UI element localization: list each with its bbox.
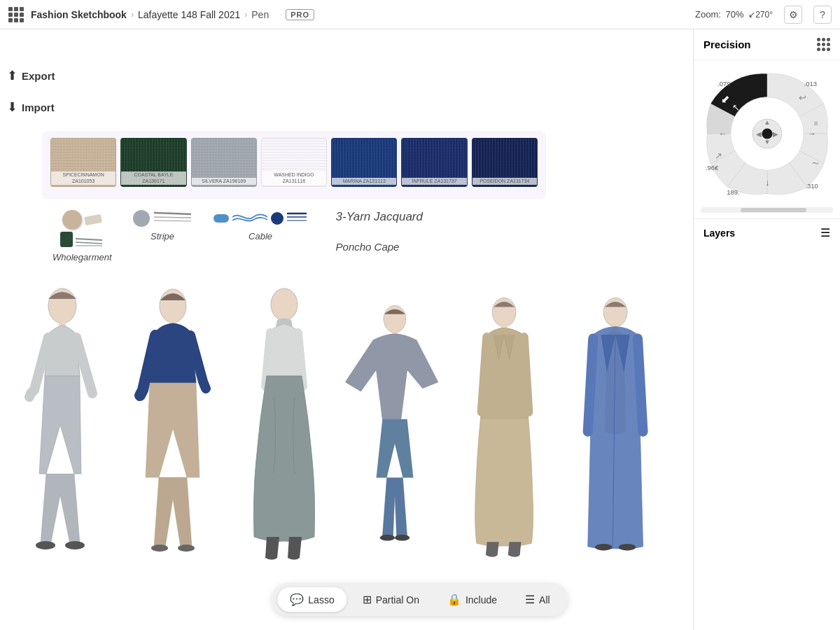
breadcrumb-sep-1: › — [131, 10, 134, 20]
svg-point-16 — [178, 545, 195, 552]
import-label: Import — [22, 102, 55, 113]
svg-text:▲: ▲ — [764, 118, 770, 126]
svg-text:↓: ↓ — [764, 178, 769, 188]
partial-on-icon: ⊞ — [363, 593, 372, 606]
figure-1 — [7, 278, 118, 579]
svg-text:↩: ↩ — [798, 92, 806, 103]
gray-circle — [133, 210, 150, 227]
app-grid-icon[interactable] — [8, 7, 24, 22]
jacquard-group: 3-Yarn Jacquard Poncho Cape — [336, 210, 423, 253]
layers-header: Layers ☰ — [694, 218, 840, 246]
svg-text:.310: .310 — [805, 182, 818, 190]
figure-6-svg — [564, 278, 669, 579]
partial-on-label: Partial On — [376, 594, 419, 606]
scrollbar-thumb[interactable] — [741, 208, 807, 212]
right-sidebar: Precision — [693, 29, 840, 630]
svg-line-5 — [154, 220, 191, 221]
swatch-swatch-green[interactable]: COASTAL BAYLE ZA136171 — [120, 138, 186, 187]
cable-group: Cable — [214, 210, 308, 241]
swatch-swatch-gray[interactable]: SILVERA ZA196189 — [191, 138, 257, 187]
zoom-value[interactable]: 70% — [726, 9, 744, 20]
figure-5-svg — [453, 278, 558, 579]
svg-text:.013: .013 — [804, 80, 817, 88]
figure-3 — [229, 278, 340, 579]
include-label: Include — [465, 594, 497, 606]
swatch-row: SPICECINNAMON ZA101053COASTAL BAYLE ZA13… — [50, 138, 538, 187]
stripe-group: Stripe — [133, 210, 192, 241]
navy-circle — [271, 212, 284, 225]
figure-5 — [450, 278, 561, 579]
swatch-swatch-beige[interactable]: SPICECINNAMON ZA101053 — [50, 138, 116, 187]
svg-text:→: → — [807, 129, 816, 139]
svg-text:▼: ▼ — [764, 138, 770, 146]
settings-button[interactable]: ⚙ — [784, 6, 802, 24]
svg-point-12 — [65, 541, 85, 550]
svg-text:.079: .079 — [718, 80, 731, 88]
cable-label: Cable — [248, 231, 272, 241]
help-button[interactable]: ? — [813, 6, 832, 24]
all-button[interactable]: ☰ All — [512, 587, 563, 612]
layers-title: Layers — [704, 227, 735, 239]
export-label: Export — [22, 70, 55, 82]
stripe-lines2 — [287, 210, 308, 227]
svg-text:≡: ≡ — [813, 120, 818, 127]
include-button[interactable]: 🔒 Include — [435, 587, 510, 612]
export-button[interactable]: ⬆ Export — [7, 68, 55, 83]
green-rect — [60, 232, 73, 247]
wholegarment-group: Wholegarment — [52, 210, 112, 262]
svg-point-26 — [595, 544, 612, 550]
lasso-button[interactable]: 💬 Lasso — [277, 587, 346, 612]
grid-options-icon[interactable] — [817, 38, 830, 51]
breadcrumb-tool[interactable]: Pen — [251, 9, 269, 20]
rotation-value: ↙270° — [748, 10, 773, 20]
import-icon: ⬇ — [7, 99, 18, 115]
texture-annotations: Wholegarment Stripe — [52, 210, 423, 262]
zoom-label: Zoom: 70% ↙270° — [695, 9, 773, 20]
breadcrumb-project[interactable]: Lafayette 148 Fall 2021 — [138, 9, 240, 20]
precision-header: Precision — [694, 29, 840, 60]
layers-menu-icon[interactable]: ☰ — [820, 226, 830, 239]
svg-point-27 — [619, 544, 636, 550]
wholegarment-label: Wholegarment — [52, 252, 112, 262]
all-icon: ☰ — [525, 593, 535, 606]
precision-dial-svg[interactable]: ⬅ → ↓ ← .079 .013 .96€ .310 189. ↩ ≡ 〜 — [701, 67, 834, 200]
export-icon: ⬆ — [7, 68, 18, 83]
bottom-toolbar: 💬 Lasso ⊞ Partial On 🔒 Include ☰ All — [272, 583, 568, 616]
svg-text:↗: ↗ — [715, 150, 722, 161]
swatch-swatch-navy[interactable]: INFRULE ZA131737 — [401, 138, 467, 187]
breadcrumb: Fashion Sketchbook › Lafayette 148 Fall … — [31, 9, 314, 20]
svg-text:▶: ▶ — [773, 130, 778, 138]
swatch-swatch-blue-stripe[interactable]: WASHED INDIGO ZA131116 — [261, 138, 327, 187]
beige-circle — [62, 210, 82, 230]
svg-text:〜: 〜 — [812, 160, 819, 167]
help-icon: ? — [820, 9, 825, 20]
cable-lines — [232, 210, 267, 227]
precision-title: Precision — [704, 38, 751, 50]
import-button[interactable]: ⬇ Import — [7, 99, 55, 115]
swatch-swatch-navy-mid[interactable]: MARINA ZA131113 — [331, 138, 397, 187]
swatch-panel: SPICECINNAMON ZA101053COASTAL BAYLE ZA13… — [42, 131, 546, 200]
beige-stroke — [84, 214, 102, 225]
figure-3-svg — [232, 278, 337, 579]
svg-point-17 — [271, 288, 298, 321]
green-lines — [76, 237, 104, 242]
jacquard-label: 3-Yarn Jacquard — [336, 210, 423, 224]
svg-line-1 — [76, 242, 102, 244]
figure-6 — [561, 278, 672, 579]
pro-badge: PRO — [286, 9, 314, 20]
partial-on-button[interactable]: ⊞ Partial On — [350, 587, 432, 612]
all-label: All — [539, 594, 550, 606]
swatch-swatch-navy-dark[interactable]: POSEIDON ZA131734 — [472, 138, 538, 187]
precision-dial-container: ⬅ → ↓ ← .079 .013 .96€ .310 189. ↩ ≡ 〜 — [694, 60, 840, 207]
nav-right-controls: Zoom: 70% ↙270° ⚙ ? — [695, 6, 832, 24]
stripe-label: Stripe — [150, 231, 174, 241]
include-icon: 🔒 — [447, 593, 461, 606]
svg-point-15 — [151, 545, 168, 552]
poncho-label: Poncho Cape — [336, 241, 423, 253]
blue-oval — [214, 214, 229, 223]
fashion-figures — [0, 278, 679, 567]
precision-scrollbar[interactable] — [701, 207, 833, 213]
svg-line-4 — [154, 217, 191, 218]
svg-text:189.: 189. — [727, 188, 740, 196]
app-name[interactable]: Fashion Sketchbook — [31, 9, 127, 20]
